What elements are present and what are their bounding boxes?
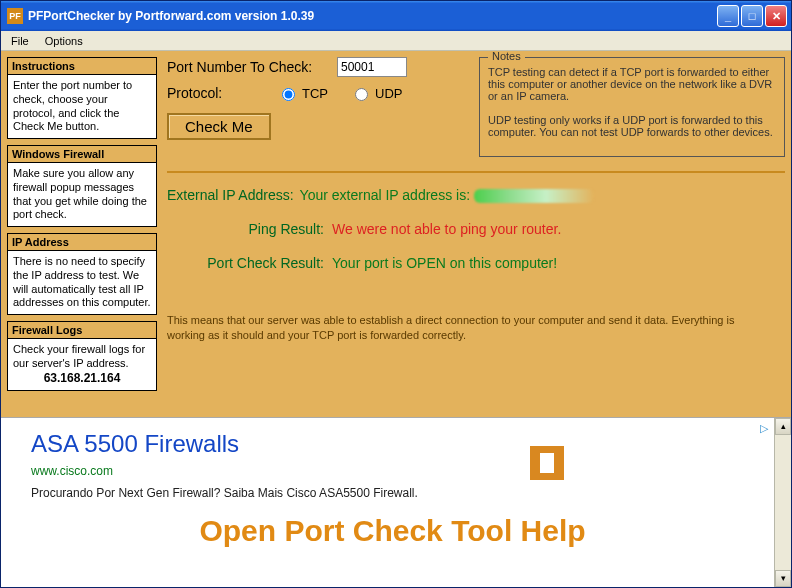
close-button[interactable]: ✕ xyxy=(765,5,787,27)
ad-content: ▷ ASA 5500 Firewalls www.cisco.com Procu… xyxy=(1,418,774,587)
panel-ip: IP Address There is no need to specify t… xyxy=(7,233,157,315)
menu-file[interactable]: File xyxy=(3,33,37,49)
tcp-radio-input[interactable] xyxy=(282,88,295,101)
notes-box: Notes TCP testing can detect if a TCP po… xyxy=(479,57,785,157)
app-icon: PF xyxy=(7,8,23,24)
ad-url[interactable]: www.cisco.com xyxy=(31,464,754,478)
window-title: PFPortChecker by Portforward.com version… xyxy=(28,9,717,23)
content-area: Instructions Enter the port number to ch… xyxy=(1,51,791,587)
panel-logs: Firewall Logs Check your firewall logs f… xyxy=(7,321,157,391)
ad-scrollbar[interactable]: ▴ ▾ xyxy=(774,418,791,587)
scroll-up-button[interactable]: ▴ xyxy=(775,418,791,435)
external-ip-label: External IP Address: xyxy=(167,187,300,203)
panel-firewall-body: Make sure you allow any firewall popup m… xyxy=(8,163,156,226)
window-frame: PF PFPortChecker by Portforward.com vers… xyxy=(0,0,792,588)
minimize-button[interactable]: _ xyxy=(717,5,739,27)
protocol-label: Protocol: xyxy=(167,85,277,101)
panel-instructions: Instructions Enter the port number to ch… xyxy=(7,57,157,139)
protocol-udp-radio[interactable]: UDP xyxy=(350,85,402,101)
panel-ip-title: IP Address xyxy=(8,234,156,251)
tcp-radio-label: TCP xyxy=(302,86,328,101)
udp-radio-input[interactable] xyxy=(355,88,368,101)
port-check-value: Your port is OPEN on this computer! xyxy=(332,255,557,271)
notes-line-1: TCP testing can detect if a TCP port is … xyxy=(488,66,776,102)
panel-firewall: Windows Firewall Make sure you allow any… xyxy=(7,145,157,227)
notes-line-2: UDP testing only works if a UDP port is … xyxy=(488,114,776,138)
ad-description: Procurando Por Next Gen Firewall? Saiba … xyxy=(31,486,754,500)
main-area: Port Number To Check: Protocol: TCP xyxy=(167,57,785,411)
result-explanation: This means that our server was able to e… xyxy=(167,313,785,342)
port-number-input[interactable] xyxy=(337,57,407,77)
window-controls: _ □ ✕ xyxy=(717,5,787,27)
ad-title[interactable]: ASA 5500 Firewalls xyxy=(31,430,754,458)
udp-radio-label: UDP xyxy=(375,86,402,101)
external-ip-prefix: Your external IP address is: xyxy=(300,187,474,203)
panel-logs-title: Firewall Logs xyxy=(8,322,156,339)
ping-result-value: We were not able to ping your router. xyxy=(332,221,561,237)
ad-area: ▷ ASA 5500 Firewalls www.cisco.com Procu… xyxy=(1,417,791,587)
ping-result-label: Ping Result: xyxy=(167,221,332,237)
scroll-down-button[interactable]: ▾ xyxy=(775,570,791,587)
adchoices-icon[interactable]: ▷ xyxy=(760,422,768,435)
notes-legend: Notes xyxy=(488,51,525,62)
scroll-track[interactable] xyxy=(775,435,791,570)
port-check-label: Port Check Result: xyxy=(167,255,332,271)
protocol-tcp-radio[interactable]: TCP xyxy=(277,85,328,101)
panel-instructions-title: Instructions xyxy=(8,58,156,75)
ad-arrow-icon[interactable] xyxy=(530,446,564,480)
panel-ip-body: There is no need to specify the IP addre… xyxy=(8,251,156,314)
form-area: Port Number To Check: Protocol: TCP xyxy=(167,57,467,140)
help-page-title: Open Port Check Tool Help xyxy=(31,514,754,548)
external-ip-value: Your external IP address is: xyxy=(300,187,594,203)
check-me-button[interactable]: Check Me xyxy=(167,113,271,140)
menubar: File Options xyxy=(1,31,791,51)
sidebar: Instructions Enter the port number to ch… xyxy=(7,57,157,411)
panel-logs-text: Check your firewall logs for our server'… xyxy=(13,343,145,369)
server-ip: 63.168.21.164 xyxy=(13,371,151,386)
titlebar[interactable]: PF PFPortChecker by Portforward.com vers… xyxy=(1,1,791,31)
divider xyxy=(167,171,785,173)
external-ip-obscured xyxy=(474,189,594,203)
panel-logs-body: Check your firewall logs for our server'… xyxy=(8,339,156,390)
maximize-button[interactable]: □ xyxy=(741,5,763,27)
menu-options[interactable]: Options xyxy=(37,33,91,49)
port-number-label: Port Number To Check: xyxy=(167,59,337,75)
panel-instructions-body: Enter the port number to check, choose y… xyxy=(8,75,156,138)
panel-firewall-title: Windows Firewall xyxy=(8,146,156,163)
